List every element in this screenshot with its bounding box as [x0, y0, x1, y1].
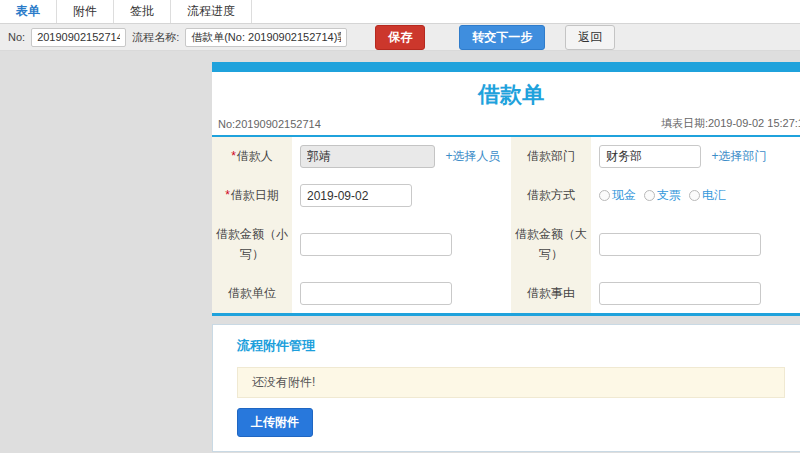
form-title: 借款单	[212, 72, 800, 114]
amount-small-input[interactable]	[300, 233, 452, 256]
loan-form-table: *借款人 +选择人员 借款部门 +选择部门 *借款日期	[212, 137, 800, 313]
radio-cash[interactable]: 现金	[599, 187, 636, 204]
radio-icon[interactable]	[644, 190, 655, 201]
select-person-link[interactable]: +选择人员	[445, 149, 500, 163]
no-attachments-notice: 还没有附件!	[237, 367, 785, 398]
form-meta-row: No:20190902152714 填表日期:2019-09-02 15:27:…	[212, 114, 800, 135]
dept-value-cell: +选择部门	[591, 137, 800, 176]
table-row: *借款人 +选择人员 借款部门 +选择部门	[212, 137, 800, 176]
date-label-cell: *借款日期	[212, 176, 292, 215]
table-row: 借款金额（小写） 借款金额（大写）	[212, 215, 800, 273]
amount-small-label-cell: 借款金额（小写）	[212, 215, 292, 273]
amount-small-value-cell	[292, 215, 511, 273]
tab-process-progress[interactable]: 流程进度	[171, 0, 252, 23]
panel-bottom-bar	[212, 313, 800, 316]
borrow-reason-input[interactable]	[599, 282, 761, 305]
save-button[interactable]: 保存	[375, 25, 425, 50]
borrow-unit-input[interactable]	[300, 282, 452, 305]
top-tab-bar: 表单 附件 签批 流程进度	[0, 0, 800, 24]
tab-form[interactable]: 表单	[0, 0, 57, 23]
borrower-input	[300, 145, 435, 168]
dept-input[interactable]	[599, 145, 701, 168]
tab-approval[interactable]: 签批	[114, 0, 171, 23]
back-button[interactable]: 返回	[565, 25, 615, 50]
amount-big-label-cell: 借款金额（大写）	[511, 215, 591, 273]
attachments-panel: 流程附件管理 还没有附件! 上传附件	[212, 324, 800, 452]
unit-label-cell: 借款单位	[212, 274, 292, 313]
table-row: 借款单位 借款事由	[212, 274, 800, 313]
method-value-cell: 现金 支票 电汇	[591, 176, 800, 215]
process-name-label: 流程名称:	[132, 30, 179, 45]
amount-big-value-cell	[591, 215, 800, 273]
date-value-cell	[292, 176, 511, 215]
borrow-date-input[interactable]	[300, 184, 412, 207]
upload-attachment-button[interactable]: 上传附件	[237, 408, 313, 437]
required-mark: *	[225, 188, 230, 202]
forward-next-step-button[interactable]: 转交下一步	[459, 25, 545, 50]
form-date-text: 填表日期:2019-09-02 15:27:1	[661, 116, 800, 131]
loan-form-panel: 借款单 No:20190902152714 填表日期:2019-09-02 15…	[212, 62, 800, 316]
form-no-text: No:20190902152714	[218, 118, 321, 130]
tab-attachments[interactable]: 附件	[57, 0, 114, 23]
dept-label-cell: 借款部门	[511, 137, 591, 176]
borrower-label-cell: *借款人	[212, 137, 292, 176]
process-name-input[interactable]	[185, 28, 347, 47]
attachments-title: 流程附件管理	[237, 337, 785, 355]
action-toolbar: No: 流程名称: 保存 转交下一步 返回	[0, 24, 800, 51]
radio-icon[interactable]	[689, 190, 700, 201]
borrow-method-radio-group: 现金 支票 电汇	[599, 187, 800, 204]
borrower-value-cell: +选择人员	[292, 137, 511, 176]
required-mark: *	[231, 149, 236, 163]
amount-big-input[interactable]	[599, 233, 761, 256]
radio-check[interactable]: 支票	[644, 187, 681, 204]
radio-icon[interactable]	[599, 190, 610, 201]
main-content: 借款单 No:20190902152714 填表日期:2019-09-02 15…	[212, 62, 800, 453]
reason-label-cell: 借款事由	[511, 274, 591, 313]
method-label-cell: 借款方式	[511, 176, 591, 215]
unit-value-cell	[292, 274, 511, 313]
table-row: *借款日期 借款方式 现金 支票	[212, 176, 800, 215]
panel-top-bar	[212, 62, 800, 72]
no-label: No:	[8, 31, 25, 43]
reason-value-cell	[591, 274, 800, 313]
no-input[interactable]	[31, 28, 126, 47]
select-dept-link[interactable]: +选择部门	[711, 149, 766, 163]
radio-wire[interactable]: 电汇	[689, 187, 726, 204]
